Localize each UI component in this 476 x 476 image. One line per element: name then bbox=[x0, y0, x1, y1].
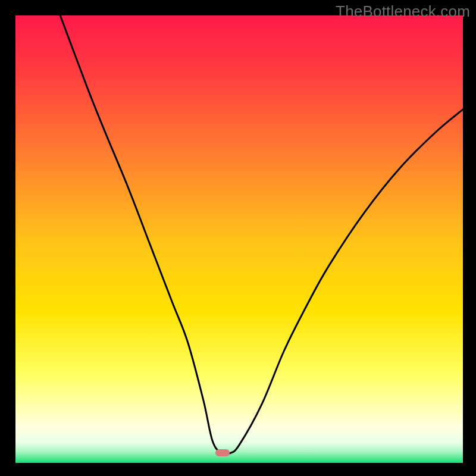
watermark-text: TheBottleneck.com bbox=[336, 2, 470, 21]
plot-area bbox=[15, 15, 463, 463]
bottleneck-curve bbox=[15, 15, 463, 463]
chart-frame: TheBottleneck.com bbox=[0, 0, 476, 476]
optimum-marker bbox=[215, 449, 230, 456]
